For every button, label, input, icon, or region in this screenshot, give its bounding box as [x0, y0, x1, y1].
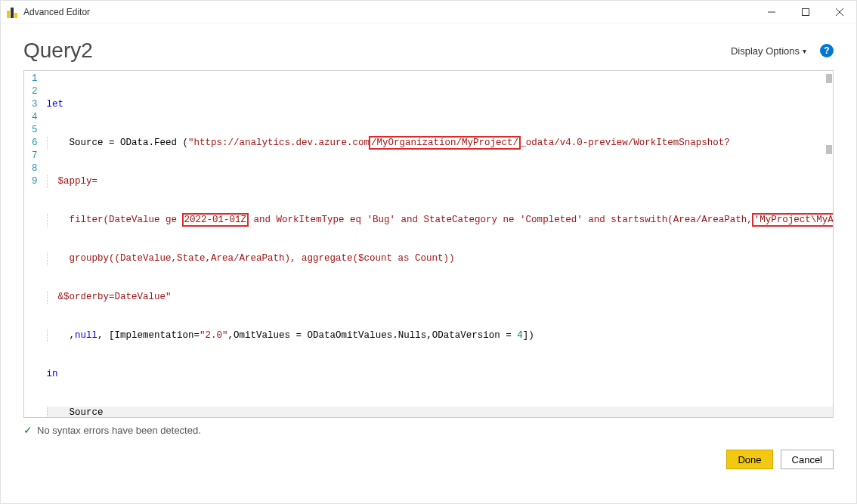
- code-content[interactable]: let Source = OData.Feed ("https://analyt…: [42, 71, 834, 417]
- footer: Done Cancel: [1, 442, 856, 481]
- display-options-dropdown[interactable]: Display Options ▾: [731, 45, 806, 57]
- chevron-down-icon: ▾: [803, 47, 806, 55]
- check-icon: ✓: [23, 424, 32, 436]
- scrollbar-markers: [826, 74, 832, 154]
- minimize-button[interactable]: [754, 1, 788, 23]
- maximize-button[interactable]: [788, 1, 822, 23]
- display-options-label: Display Options: [731, 45, 800, 57]
- cancel-button[interactable]: Cancel: [781, 450, 834, 469]
- code-editor[interactable]: 1 2 3 4 5 6 7 8 9 let Source = OData.Fee…: [23, 70, 834, 418]
- header: Query2 Display Options ▾ ?: [1, 23, 856, 70]
- window-title: Advanced Editor: [23, 7, 90, 17]
- help-icon[interactable]: ?: [820, 44, 834, 57]
- highlight-org-project: /MyOrganization/MyProject/: [369, 136, 521, 150]
- close-button[interactable]: [822, 1, 856, 23]
- syntax-status: ✓ No syntax errors have been detected.: [1, 418, 856, 442]
- status-message: No syntax errors have been detected.: [37, 425, 201, 436]
- svg-rect-1: [802, 8, 809, 15]
- done-button[interactable]: Done: [726, 450, 772, 469]
- window-controls: [754, 1, 856, 23]
- title-bar: Advanced Editor: [1, 1, 856, 23]
- app-icon: [7, 6, 19, 18]
- highlight-date: 2022-01-01Z: [182, 213, 249, 227]
- line-gutter: 1 2 3 4 5 6 7 8 9: [24, 71, 42, 417]
- highlight-areapath: 'MyProject\MyAreaPath'))/: [752, 213, 834, 227]
- query-title: Query2: [23, 39, 93, 63]
